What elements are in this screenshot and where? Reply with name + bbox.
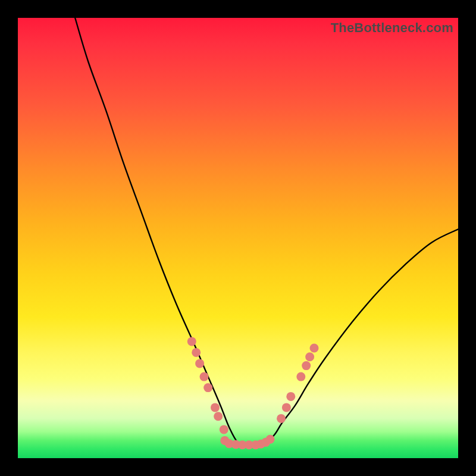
watermark-text: TheBottleneck.com xyxy=(331,20,453,36)
dot-marker xyxy=(277,414,286,423)
dot-marker xyxy=(214,412,223,421)
dot-marker xyxy=(200,372,209,381)
plot-area: TheBottleneck.com xyxy=(18,18,458,458)
dot-marker xyxy=(256,440,265,449)
dot-marker xyxy=(310,344,319,353)
dot-marker xyxy=(187,337,196,346)
dot-marker xyxy=(251,440,260,449)
dot-marker xyxy=(195,359,204,368)
chart-frame: TheBottleneck.com xyxy=(0,0,476,476)
dot-marker xyxy=(282,403,291,412)
dot-marker xyxy=(192,348,201,357)
dot-marker xyxy=(245,440,253,449)
dot-marker xyxy=(238,440,247,449)
dot-markers xyxy=(187,337,319,449)
dot-marker xyxy=(261,438,270,447)
dot-marker xyxy=(211,403,220,412)
dot-marker xyxy=(305,352,314,361)
dot-marker xyxy=(203,383,212,392)
chart-svg xyxy=(18,18,458,458)
dot-marker xyxy=(220,436,229,445)
v-curve xyxy=(75,18,458,446)
dot-marker xyxy=(296,372,305,381)
dot-marker xyxy=(266,435,275,444)
dot-marker xyxy=(302,361,311,370)
dot-marker xyxy=(286,392,295,401)
dot-marker xyxy=(220,425,228,434)
dot-marker xyxy=(231,440,240,449)
dot-marker xyxy=(225,439,234,448)
